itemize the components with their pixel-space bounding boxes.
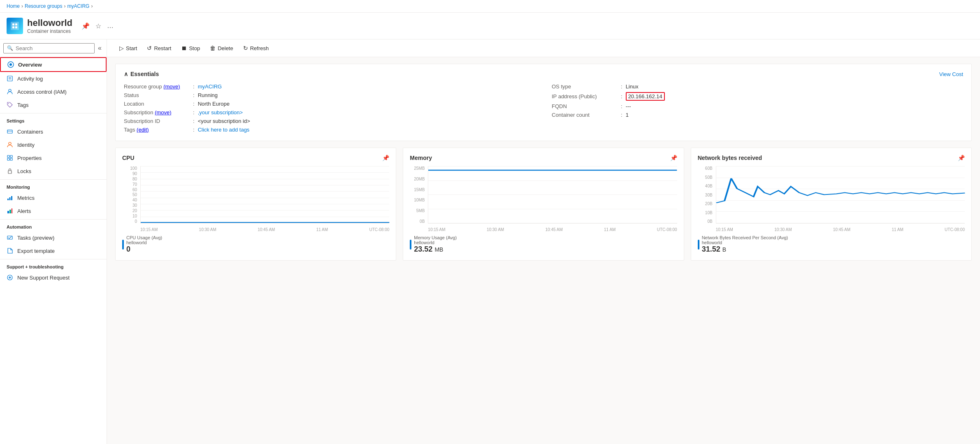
network-pin-button[interactable]: 📌 xyxy=(958,155,965,161)
sidebar-item-label: Access control (IAM) xyxy=(17,89,67,95)
sidebar-item-identity[interactable]: Identity xyxy=(0,138,107,151)
sidebar-item-tasks[interactable]: Tasks (preview) xyxy=(0,231,107,244)
essentials-header: ∧ Essentials View Cost xyxy=(124,71,963,77)
sidebar-item-properties[interactable]: Properties xyxy=(0,151,107,164)
sidebar-item-containers[interactable]: Containers xyxy=(0,125,107,138)
network-x-labels: 10:15 AM 10:30 AM 10:45 AM 11 AM UTC-08:… xyxy=(716,227,965,232)
collapse-sidebar-button[interactable]: « xyxy=(96,43,103,53)
sidebar-item-label: Export template xyxy=(17,248,55,254)
restart-button[interactable]: ↺ Restart xyxy=(143,43,175,53)
memory-chart-header: Memory 📌 xyxy=(410,155,677,161)
access-control-icon xyxy=(7,88,13,95)
more-button[interactable]: … xyxy=(105,21,115,32)
essentials-row-subscription: Subscription (move) : ,your subscription… xyxy=(124,108,535,117)
cpu-chart-card: CPU 📌 100 90 80 70 60 50 40 30 xyxy=(115,148,396,261)
stop-button[interactable]: ⏹ Stop xyxy=(177,43,204,53)
subscription-link[interactable]: ,your subscription> xyxy=(198,109,243,116)
memory-chart-area: 25MB 20MB 15MB 10MB 5MB 0B xyxy=(410,166,677,232)
svg-rect-20 xyxy=(7,199,9,200)
new-support-icon xyxy=(7,274,13,281)
network-chart-footer: Network Bytes Received Per Second (Avg) … xyxy=(698,235,965,254)
section-automation: Automation xyxy=(0,219,107,231)
sidebar-item-export-template[interactable]: Export template xyxy=(0,244,107,257)
memory-pin-button[interactable]: 📌 xyxy=(670,155,677,161)
start-icon: ▷ xyxy=(119,45,124,51)
sidebar-item-access-control[interactable]: Access control (IAM) xyxy=(0,85,107,98)
essentials-panel: ∧ Essentials View Cost Resource group (m… xyxy=(115,64,972,141)
svg-rect-2 xyxy=(15,23,17,25)
delete-button[interactable]: 🗑 Delete xyxy=(206,43,237,53)
move-rg-link[interactable]: (move) xyxy=(163,83,180,90)
memory-line-svg xyxy=(428,166,677,223)
sidebar-item-label: Overview xyxy=(18,62,42,68)
network-line-svg xyxy=(716,166,965,223)
sidebar-item-label: Alerts xyxy=(17,208,31,214)
cpu-chart-plot xyxy=(140,166,389,224)
svg-rect-4 xyxy=(15,26,17,28)
pin-button[interactable]: 📌 xyxy=(80,21,91,32)
activity-log-icon xyxy=(7,75,13,82)
svg-rect-24 xyxy=(9,210,11,213)
search-input[interactable] xyxy=(16,45,91,51)
svg-point-6 xyxy=(9,63,12,66)
breadcrumb-resource-groups[interactable]: Resource groups xyxy=(25,3,62,9)
essentials-right: OS type : Linux IP address (Public) : 20… xyxy=(552,82,963,134)
ip-address-value: 20.166.162.14 xyxy=(626,92,665,101)
memory-x-labels: 10:15 AM 10:30 AM 10:45 AM 11 AM UTC-08:… xyxy=(428,227,677,232)
sidebar-item-metrics[interactable]: Metrics xyxy=(0,191,107,204)
essentials-row-subscription-id: Subscription ID : <your subscription id> xyxy=(124,117,535,125)
sidebar-item-new-support[interactable]: New Support Request xyxy=(0,271,107,284)
svg-rect-21 xyxy=(9,197,11,200)
cpu-x-labels: 10:15 AM 10:30 AM 10:45 AM 11 AM UTC-08:… xyxy=(140,227,389,232)
essentials-row-os: OS type : Linux xyxy=(552,82,963,91)
move-sub-link[interactable]: (move) xyxy=(155,109,171,116)
network-legend-sub: helloworld xyxy=(702,240,788,245)
sidebar-item-overview[interactable]: Overview xyxy=(0,57,107,72)
tasks-icon xyxy=(7,234,13,241)
restart-icon: ↺ xyxy=(147,45,152,51)
memory-chart-title: Memory xyxy=(410,155,432,161)
sidebar-item-label: Tasks (preview) xyxy=(17,235,54,241)
cpu-line-svg xyxy=(141,166,389,223)
essentials-grid: Resource group (move) : myACIRG Status :… xyxy=(124,82,963,134)
section-monitoring: Monitoring xyxy=(0,179,107,191)
sidebar-item-tags[interactable]: Tags xyxy=(0,98,107,111)
containers-icon xyxy=(7,128,13,135)
start-button[interactable]: ▷ Start xyxy=(115,43,141,53)
essentials-left: Resource group (move) : myACIRG Status :… xyxy=(124,82,535,134)
breadcrumb-myacirg[interactable]: myACIRG xyxy=(67,3,89,9)
svg-rect-19 xyxy=(8,171,12,173)
network-chart-header: Network bytes received 📌 xyxy=(698,155,965,161)
sidebar-item-activity-log[interactable]: Activity log xyxy=(0,72,107,85)
main-content: ▷ Start ↺ Restart ⏹ Stop 🗑 Delete ↻ Refr… xyxy=(107,39,980,444)
sidebar-item-alerts[interactable]: Alerts xyxy=(0,204,107,217)
network-legend-bar xyxy=(698,240,699,250)
properties-icon xyxy=(7,155,13,161)
sidebar-item-locks[interactable]: Locks xyxy=(0,164,107,178)
search-box[interactable]: 🔍 xyxy=(3,43,95,53)
rg-value-link[interactable]: myACIRG xyxy=(198,83,222,90)
edit-tags-link[interactable]: (edit) xyxy=(137,127,149,133)
favorite-button[interactable]: ☆ xyxy=(94,21,103,32)
cpu-pin-button[interactable]: 📌 xyxy=(382,155,389,161)
network-chart-plot xyxy=(716,166,965,224)
delete-icon: 🗑 xyxy=(210,45,216,51)
essentials-row-location: Location : North Europe xyxy=(124,99,535,108)
refresh-button[interactable]: ↻ Refresh xyxy=(239,43,273,53)
add-tags-link[interactable]: Click here to add tags xyxy=(198,127,250,133)
memory-y-labels: 25MB 20MB 15MB 10MB 5MB 0B xyxy=(410,166,426,224)
breadcrumb-home[interactable]: Home xyxy=(7,3,20,9)
svg-rect-17 xyxy=(7,158,9,160)
metrics-icon xyxy=(7,194,13,201)
essentials-row-tags: Tags (edit) : Click here to add tags xyxy=(124,125,535,134)
view-cost-link[interactable]: View Cost xyxy=(939,71,963,77)
sidebar-item-label: Identity xyxy=(17,142,35,148)
memory-value: 23.52 MB xyxy=(414,245,457,254)
sidebar: 🔍 « Overview A xyxy=(0,39,107,444)
network-value: 31.52 B xyxy=(702,245,788,254)
sidebar-item-label: Metrics xyxy=(17,195,35,201)
breadcrumb: Home › Resource groups › myACIRG › xyxy=(0,0,980,13)
locks-icon xyxy=(7,168,13,174)
memory-legend-bar xyxy=(410,240,411,250)
essentials-row-rg: Resource group (move) : myACIRG xyxy=(124,82,535,91)
